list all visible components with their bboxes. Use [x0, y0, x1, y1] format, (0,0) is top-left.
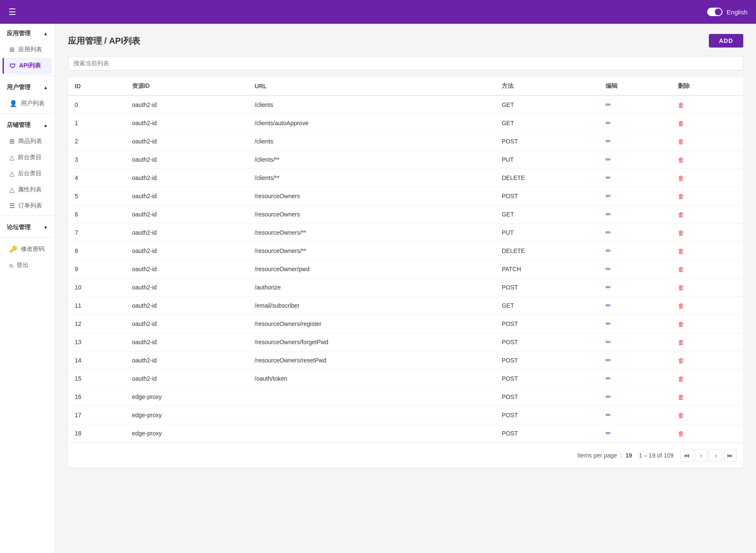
- cell-url: /email/subscriber: [248, 297, 495, 315]
- sidebar-item-user-list[interactable]: 👤 用户列表: [3, 95, 52, 112]
- edit-icon[interactable]: ✏: [606, 211, 611, 218]
- cell-resource-id: oauth2-id: [125, 242, 248, 260]
- edit-icon[interactable]: ✏: [606, 302, 611, 309]
- delete-icon[interactable]: 🗑: [678, 302, 684, 309]
- delete-icon[interactable]: 🗑: [678, 339, 684, 346]
- delete-icon[interactable]: 🗑: [678, 101, 684, 109]
- edit-icon[interactable]: ✏: [606, 192, 611, 199]
- cell-id: 15: [68, 370, 125, 388]
- cell-id: 4: [68, 169, 125, 187]
- edit-icon[interactable]: ✏: [606, 174, 611, 181]
- cell-url: [248, 388, 495, 406]
- goods-icon: ⊞: [9, 138, 15, 145]
- sidebar-item-goods[interactable]: ⊞ 商品列表: [3, 133, 52, 149]
- chevron-down-icon-forum: ▼: [43, 225, 48, 230]
- edit-icon[interactable]: ✏: [606, 229, 611, 236]
- last-page-button[interactable]: ⏭: [724, 449, 736, 462]
- cell-id: 6: [68, 205, 125, 224]
- delete-icon[interactable]: 🗑: [678, 247, 684, 255]
- cell-edit: ✏: [599, 388, 671, 406]
- cell-edit: ✏: [599, 151, 671, 169]
- sidebar-item-api-list-label: API列表: [19, 62, 41, 70]
- sidebar-item-logout[interactable]: ⎋ 登出: [3, 257, 52, 273]
- edit-icon[interactable]: ✏: [606, 265, 611, 272]
- delete-icon[interactable]: 🗑: [678, 375, 684, 382]
- cell-resource-id: oauth2-id: [125, 205, 248, 224]
- edit-icon[interactable]: ✏: [606, 411, 611, 418]
- cell-method: POST: [495, 333, 599, 351]
- next-page-button[interactable]: ›: [709, 449, 722, 462]
- delete-icon[interactable]: 🗑: [678, 266, 684, 273]
- cell-id: 3: [68, 151, 125, 169]
- cell-edit: ✏: [599, 95, 671, 114]
- menu-icon[interactable]: ☰: [8, 7, 16, 17]
- prev-page-button[interactable]: ‹: [695, 449, 708, 462]
- sidebar-item-front-cat[interactable]: △ 前台类目: [3, 149, 52, 166]
- delete-icon[interactable]: 🗑: [678, 211, 684, 218]
- sidebar-item-api-list[interactable]: 🛡 API列表: [3, 58, 52, 74]
- cell-url: /resourceOwners/**: [248, 242, 495, 260]
- cell-url: /resourceOwners/**: [248, 224, 495, 242]
- cell-edit: ✏: [599, 224, 671, 242]
- items-per-page: Items per page: 19: [577, 452, 632, 459]
- sidebar-group-app[interactable]: 应用管理 ▲: [0, 24, 55, 42]
- cell-delete: 🗑: [671, 132, 743, 151]
- delete-icon[interactable]: 🗑: [678, 284, 684, 291]
- cell-delete: 🗑: [671, 224, 743, 242]
- cell-method: GET: [495, 205, 599, 224]
- items-per-page-label: Items per page: [577, 452, 617, 459]
- table-row: 10oauth2-id/authorizePOST✏🗑: [68, 278, 743, 297]
- lang-toggle[interactable]: [707, 8, 722, 16]
- delete-icon[interactable]: 🗑: [678, 357, 684, 364]
- sidebar-item-order[interactable]: ☰ 订单列表: [3, 198, 52, 214]
- sidebar-item-app-list[interactable]: ⊞ 应用列表: [3, 42, 52, 58]
- delete-icon[interactable]: 🗑: [678, 120, 684, 127]
- cell-method: DELETE: [495, 242, 599, 260]
- delete-icon[interactable]: 🗑: [678, 430, 684, 437]
- sidebar-item-change-password[interactable]: 🔑 修改密码: [3, 241, 52, 257]
- sidebar-item-back-cat[interactable]: △ 后台类目: [3, 166, 52, 182]
- delete-icon[interactable]: 🗑: [678, 229, 684, 236]
- cell-id: 8: [68, 242, 125, 260]
- cell-id: 12: [68, 315, 125, 333]
- table-row: 12oauth2-id/resourceOwners/registerPOST✏…: [68, 315, 743, 333]
- cell-url: [248, 406, 495, 424]
- edit-icon[interactable]: ✏: [606, 138, 611, 145]
- first-page-button[interactable]: ⏮: [680, 449, 693, 462]
- edit-icon[interactable]: ✏: [606, 156, 611, 163]
- edit-icon[interactable]: ✏: [606, 429, 611, 437]
- delete-icon[interactable]: 🗑: [678, 320, 684, 328]
- edit-icon[interactable]: ✏: [606, 320, 611, 327]
- edit-icon[interactable]: ✏: [606, 119, 611, 126]
- edit-icon[interactable]: ✏: [606, 338, 611, 345]
- delete-icon[interactable]: 🗑: [678, 193, 684, 200]
- sidebar-group-store[interactable]: 店铺管理 ▲: [0, 115, 55, 133]
- chevron-up-icon-store: ▲: [43, 123, 48, 128]
- cell-resource-id: oauth2-id: [125, 370, 248, 388]
- delete-icon[interactable]: 🗑: [678, 156, 684, 163]
- edit-icon[interactable]: ✏: [606, 393, 611, 400]
- attr-icon: △: [9, 186, 14, 194]
- cell-edit: ✏: [599, 297, 671, 315]
- cell-url: /resourceOwners/forgetPwd: [248, 333, 495, 351]
- front-cat-icon: △: [9, 154, 14, 161]
- edit-icon[interactable]: ✏: [606, 101, 611, 108]
- sidebar-group-user[interactable]: 用户管理 ▲: [0, 78, 55, 95]
- edit-icon[interactable]: ✏: [606, 375, 611, 382]
- add-button[interactable]: ADD: [709, 34, 743, 48]
- cell-edit: ✏: [599, 315, 671, 333]
- delete-icon[interactable]: 🗑: [678, 174, 684, 182]
- search-input[interactable]: [68, 56, 743, 70]
- delete-icon[interactable]: 🗑: [678, 138, 684, 145]
- key-icon: 🔑: [9, 245, 17, 253]
- sidebar-item-attr[interactable]: △ 属性列表: [3, 182, 52, 198]
- sidebar-group-forum[interactable]: 论坛管理 ▼: [0, 218, 55, 236]
- delete-icon[interactable]: 🗑: [678, 393, 684, 401]
- edit-icon[interactable]: ✏: [606, 284, 611, 291]
- cell-id: 13: [68, 333, 125, 351]
- edit-icon[interactable]: ✏: [606, 357, 611, 364]
- divider-4: [0, 237, 55, 238]
- delete-icon[interactable]: 🗑: [678, 412, 684, 419]
- sidebar-group-user-label: 用户管理: [7, 84, 31, 91]
- edit-icon[interactable]: ✏: [606, 247, 611, 254]
